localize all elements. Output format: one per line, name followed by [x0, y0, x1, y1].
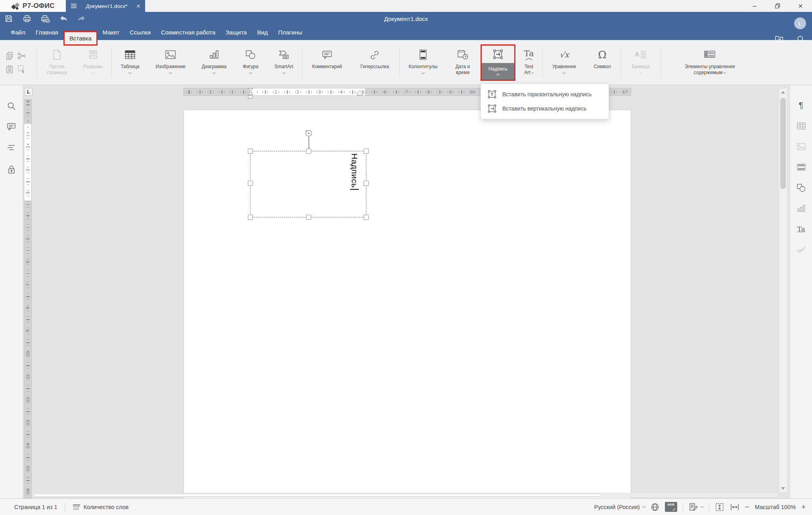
menu-tab-protection[interactable]: Защита: [220, 29, 252, 40]
menu-bar: Файл Главная Вставка Макет Ссылки Совмес…: [0, 25, 812, 40]
hamburger-icon[interactable]: [71, 4, 77, 8]
close-button[interactable]: ×: [789, 0, 812, 12]
ruler-number: 1: [25, 100, 30, 102]
scroll-up-arrow[interactable]: [779, 88, 787, 96]
header-footer-settings-icon[interactable]: [796, 162, 806, 172]
menu-tab-collaboration[interactable]: Совместная работа: [156, 29, 220, 40]
ruler-number: 6: [384, 90, 386, 94]
shape-button[interactable]: Фигура: [236, 45, 266, 80]
hyperlink-button[interactable]: Гиперссылка: [352, 45, 398, 80]
vertical-scroll-thumb[interactable]: [780, 98, 786, 189]
chart-button[interactable]: Диаграмма: [194, 45, 234, 80]
image-settings-icon[interactable]: [796, 141, 806, 152]
tab-close-icon[interactable]: ×: [136, 3, 140, 10]
window-tab-strip: Р7-ОФИС Документ1.docx* × ×: [0, 0, 812, 12]
menu-tab-home[interactable]: Главная: [31, 29, 63, 40]
scroll-down-arrow[interactable]: [779, 484, 787, 492]
search-icon[interactable]: [797, 35, 805, 43]
track-changes-button[interactable]: [689, 503, 703, 511]
breaks-button[interactable]: Разрывы: [77, 45, 110, 80]
find-icon[interactable]: [6, 101, 17, 111]
content-controls-button[interactable]: Элементы управлениясодержимым: [663, 45, 757, 80]
ruler-number: 1: [231, 90, 234, 94]
right-indent-marker[interactable]: [357, 90, 363, 95]
left-toolbar: [0, 85, 23, 498]
chart-settings-icon[interactable]: [796, 203, 806, 214]
resize-handle-sw[interactable]: [248, 215, 253, 220]
open-file-location-icon[interactable]: [775, 35, 783, 42]
ruler-number: 7: [406, 90, 408, 94]
paragraph-settings-icon[interactable]: ¶: [796, 100, 806, 111]
left-indent-marker[interactable]: [248, 95, 253, 99]
document-page[interactable]: Надпись: [184, 110, 631, 498]
insert-vertical-textbox-item[interactable]: Вставить вертикальную надпись: [481, 101, 609, 116]
minimize-button[interactable]: [743, 0, 766, 12]
table-button[interactable]: Таблица: [113, 45, 147, 80]
ruler-number: 3: [318, 90, 321, 94]
menu-tab-file[interactable]: Файл: [6, 29, 31, 40]
date-time-button[interactable]: Дата ивремя: [446, 45, 479, 80]
resize-handle-ne[interactable]: [364, 149, 369, 154]
header-footer-button[interactable]: Колонтитулы: [401, 45, 445, 80]
comment-button[interactable]: Комментарий: [304, 45, 350, 80]
zoom-level[interactable]: Масштаб 100%: [755, 504, 796, 510]
menu-tab-layout[interactable]: Макет: [98, 29, 124, 40]
menu-tab-plugins[interactable]: Плагины: [273, 29, 308, 40]
comments-panel-icon[interactable]: [6, 122, 17, 132]
menu-tab-references[interactable]: Ссылки: [124, 29, 156, 40]
user-avatar[interactable]: L: [794, 17, 806, 29]
zoom-in-button[interactable]: +: [801, 503, 806, 511]
text-art-button[interactable]: Ta TextArt: [517, 45, 541, 80]
table-settings-icon[interactable]: [796, 121, 806, 131]
ruler-number: 9: [449, 90, 452, 94]
svg-text:123: 123: [73, 507, 79, 511]
smartart-button[interactable]: SmartArt: [267, 45, 301, 80]
resize-handle-w[interactable]: [248, 181, 253, 186]
resize-handle-s[interactable]: [306, 215, 311, 220]
fit-page-icon[interactable]: [715, 502, 724, 512]
equation-button[interactable]: √x Уравнение: [544, 45, 584, 80]
spell-check-button[interactable]: АБВ ✓: [665, 502, 677, 512]
ruler-number: 2: [209, 90, 212, 94]
text-cursor: [350, 189, 359, 190]
rotation-handle[interactable]: [305, 130, 312, 137]
menu-tab-view[interactable]: Вид: [252, 29, 273, 40]
vertical-ruler[interactable]: 112345678910111213141516: [24, 99, 32, 498]
zoom-out-button[interactable]: −: [745, 503, 749, 511]
select-all-icon[interactable]: [17, 65, 27, 74]
ruler-number: 10: [25, 351, 30, 356]
paste-icon[interactable]: [5, 65, 15, 74]
language-selector[interactable]: Русский (Россия): [594, 504, 645, 510]
text-art-settings-icon[interactable]: Ta: [796, 224, 806, 234]
restore-button[interactable]: [766, 0, 789, 12]
shape-settings-icon[interactable]: [796, 183, 806, 193]
ruler-corner-tab-selector[interactable]: L: [25, 88, 33, 96]
fit-width-icon[interactable]: [730, 502, 739, 512]
drop-cap-button[interactable]: A Буквица: [622, 45, 659, 80]
resize-handle-nw[interactable]: [248, 149, 253, 154]
blank-page-button[interactable]: Пустая страница: [38, 45, 75, 80]
document-language-globe-icon[interactable]: [651, 503, 659, 511]
vertical-scrollbar[interactable]: [779, 88, 787, 493]
textbox-vertical-text[interactable]: Надпись: [349, 153, 359, 193]
signature-settings-icon[interactable]: [796, 244, 806, 255]
page-indicator[interactable]: Страница 1 из 1: [14, 504, 57, 510]
symbol-button[interactable]: Ω Символ: [586, 45, 619, 80]
protection-lock-icon[interactable]: [6, 164, 17, 175]
horizontal-scrollbar[interactable]: [33, 493, 778, 498]
image-button[interactable]: Изображение: [148, 45, 193, 80]
word-count-button[interactable]: 123 Количество слов: [72, 504, 129, 511]
text-box-button[interactable]: Надпись Вставить горизонтальную надпись: [481, 44, 515, 81]
horizontal-scroll-thumb[interactable]: [34, 494, 601, 497]
menu-tab-insert[interactable]: Вставка: [63, 31, 98, 46]
ruler-number: 17: [622, 90, 627, 94]
ruler-number: 3: [188, 90, 190, 94]
cut-icon[interactable]: [17, 51, 27, 61]
copy-icon[interactable]: [5, 51, 15, 61]
insert-horizontal-textbox-item[interactable]: Вставить горизонтальную надпись: [481, 87, 609, 101]
resize-handle-e[interactable]: [364, 181, 369, 186]
navigation-panel-icon[interactable]: [6, 143, 17, 153]
document-tab[interactable]: Документ1.docx* ×: [66, 0, 145, 12]
resize-handle-se[interactable]: [364, 215, 369, 220]
resize-handle-n[interactable]: [306, 149, 311, 154]
